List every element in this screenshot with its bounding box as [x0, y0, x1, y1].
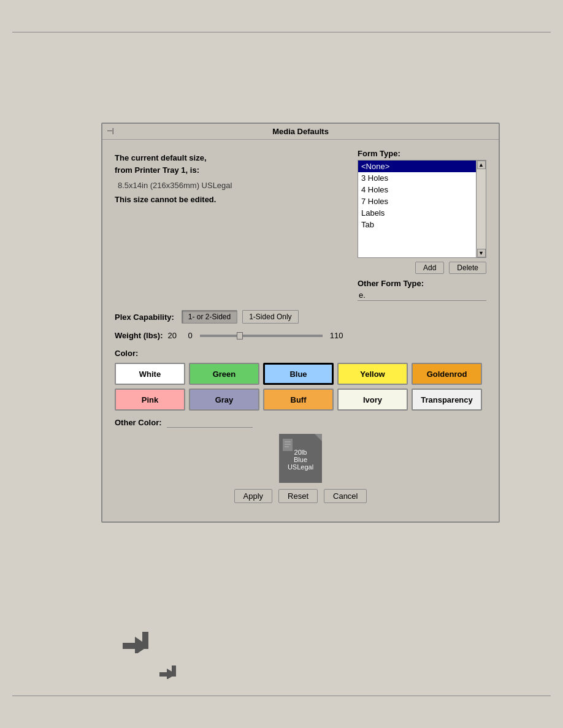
color-section: Color: White Green Blue Yellow Goldenrod… [115, 349, 486, 428]
paper-lines-icon [283, 439, 294, 452]
svg-rect-6 [142, 632, 148, 649]
scroll-up-arrow[interactable]: ▲ [477, 161, 486, 169]
color-btn-transparency[interactable]: Transparency [412, 389, 482, 411]
weight-min: 0 [188, 331, 192, 340]
other-form-type-input[interactable] [358, 290, 486, 301]
color-btn-goldenrod[interactable]: Goldenrod [412, 363, 482, 385]
reset-button[interactable]: Reset [278, 489, 318, 503]
svg-rect-9 [172, 665, 176, 677]
form-type-item-7holes[interactable]: 7 Holes [358, 195, 476, 207]
dialog-titlebar: ─| Media Defaults [102, 124, 499, 140]
paper-fold-icon [315, 434, 322, 441]
plex-label: Plex Capability: [115, 313, 174, 322]
preview-color: Blue [294, 456, 307, 463]
info-text: The current default size, from Printer T… [115, 152, 280, 176]
color-btn-ivory[interactable]: Ivory [337, 389, 408, 411]
top-section: The current default size, from Printer T… [115, 149, 486, 301]
arrow-return-icon-large [123, 632, 179, 653]
color-row-2: Pink Gray Buff Ivory Transparency [115, 389, 486, 411]
apply-button[interactable]: Apply [234, 489, 273, 503]
other-color-label: Other Color: [115, 418, 162, 427]
plex-row: Plex Capability: 1- or 2-Sided 1-Sided O… [115, 310, 486, 324]
paper-preview: 20lb Blue USLegal [279, 434, 322, 483]
dialog-bottom: Apply Reset Cancel [115, 483, 486, 512]
info-section: The current default size, from Printer T… [115, 149, 280, 204]
form-type-scrollbar[interactable]: ▲ ▼ [476, 161, 486, 257]
form-type-item-4holes[interactable]: 4 Holes [358, 184, 476, 195]
color-btn-gray[interactable]: Gray [189, 389, 259, 411]
weight-slider-track [200, 335, 323, 337]
info-line2: from Printer Tray 1, is: [115, 165, 199, 175]
color-btn-white[interactable]: White [115, 363, 185, 385]
scroll-down-arrow[interactable]: ▼ [477, 249, 486, 257]
info-no-edit: This size cannot be edited. [115, 195, 280, 204]
weight-max: 110 [330, 331, 343, 340]
plex-btn-two-sided[interactable]: 1- or 2-Sided [182, 310, 237, 324]
add-delete-row: Add Delete [358, 262, 486, 274]
preview-size: USLegal [288, 463, 313, 471]
other-form-type-label: Other Form Type: [358, 279, 486, 288]
color-btn-yellow[interactable]: Yellow [337, 363, 408, 385]
dialog-body: The current default size, from Printer T… [102, 140, 499, 521]
scroll-track [477, 169, 486, 249]
color-row-1: White Green Blue Yellow Goldenrod [115, 363, 486, 385]
form-type-items: <None> 3 Holes 4 Holes 7 Holes Labels Ta… [358, 161, 476, 257]
plex-btn-one-sided[interactable]: 1-Sided Only [242, 310, 298, 324]
large-return-arrow-svg [123, 632, 153, 653]
bottom-rule [12, 696, 551, 696]
top-rule [12, 32, 551, 32]
color-btn-buff[interactable]: Buff [263, 389, 334, 411]
preview-weight: 20lb [294, 449, 307, 456]
color-btn-pink[interactable]: Pink [115, 389, 185, 411]
color-btn-blue[interactable]: Blue [263, 363, 334, 385]
form-type-item-tab[interactable]: Tab [358, 219, 476, 230]
minimize-icon[interactable]: ─| [107, 127, 114, 134]
media-defaults-dialog: ─| Media Defaults The current default si… [101, 123, 500, 523]
cancel-button[interactable]: Cancel [324, 489, 367, 503]
weight-slider[interactable] [200, 335, 323, 337]
color-btn-green[interactable]: Green [189, 363, 259, 385]
preview-section: 20lb Blue USLegal [115, 434, 486, 483]
form-type-label: Form Type: [358, 149, 486, 158]
small-return-arrow-svg [159, 665, 179, 679]
weight-row: Weight (lbs): 20 0 110 [115, 331, 486, 340]
other-color-row: Other Color: [115, 417, 486, 428]
arrow-return-icon-small [123, 665, 179, 679]
weight-value: 20 [167, 331, 183, 340]
other-color-input[interactable] [167, 417, 253, 428]
page: ─| Media Defaults The current default si… [0, 0, 563, 728]
weight-slider-thumb[interactable] [237, 332, 243, 339]
dialog-title: Media Defaults [109, 127, 492, 136]
add-button[interactable]: Add [415, 262, 444, 274]
form-type-section: Form Type: <None> 3 Holes 4 Holes 7 Hole… [358, 149, 486, 301]
weight-label: Weight (lbs): [115, 331, 163, 340]
delete-button[interactable]: Delete [449, 262, 486, 274]
bottom-icons [123, 632, 179, 679]
form-type-list[interactable]: <None> 3 Holes 4 Holes 7 Holes Labels Ta… [358, 160, 486, 258]
info-size: 8.5x14in (216x356mm) USLegal [115, 181, 280, 190]
form-type-item-labels[interactable]: Labels [358, 207, 476, 219]
svg-rect-0 [283, 439, 293, 451]
form-type-item-none[interactable]: <None> [358, 161, 476, 172]
color-label: Color: [115, 349, 486, 358]
form-type-item-3holes[interactable]: 3 Holes [358, 172, 476, 184]
info-line1: The current default size, [115, 153, 207, 162]
